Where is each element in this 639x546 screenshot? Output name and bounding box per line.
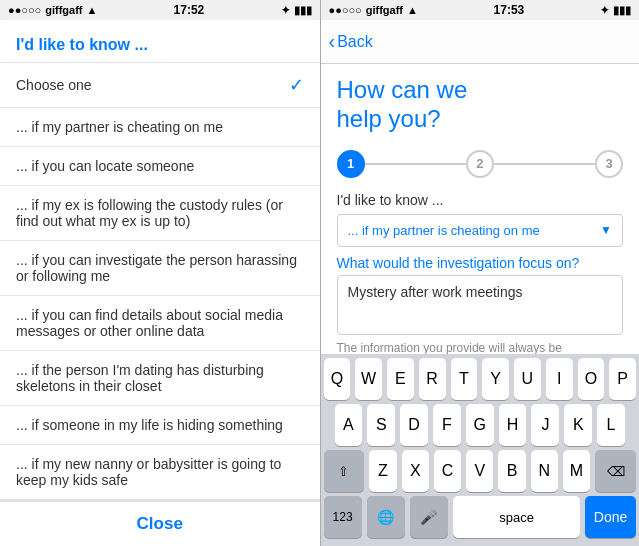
right-phone: ●●○○○ giffgaff ▲ 17:53 ✦ ▮▮▮ ‹ Back How … [320, 0, 640, 546]
right-status-right: ✦ ▮▮▮ [600, 4, 631, 17]
modal-item-3[interactable]: ... if you can investigate the person ha… [0, 241, 320, 296]
page-title-section: How can we help you? [321, 64, 640, 142]
modal-item-6[interactable]: ... if someone in my life is hiding some… [0, 406, 320, 445]
step-3-label: 3 [605, 156, 612, 171]
modal-item-0[interactable]: ... if my partner is cheating on me [0, 108, 320, 147]
right-bluetooth: ✦ [600, 4, 609, 17]
key-i[interactable]: I [546, 358, 573, 400]
right-status-left: ●●○○○ giffgaff ▲ [329, 4, 418, 16]
modal-item-7[interactable]: ... if my new nanny or babysitter is goi… [0, 445, 320, 500]
key-h[interactable]: H [499, 404, 527, 446]
key-b[interactable]: B [498, 450, 525, 492]
key-l[interactable]: L [597, 404, 625, 446]
done-key[interactable]: Done [585, 496, 636, 538]
modal-item-4[interactable]: ... if you can find details about social… [0, 296, 320, 351]
left-status-bar: ●●○○○ giffgaff ▲ 17:52 ✦ ▮▮▮ [0, 0, 320, 20]
page-title-line2: help you? [337, 105, 441, 132]
progress-steps: 1 2 3 [321, 142, 640, 188]
key-q[interactable]: Q [324, 358, 351, 400]
focus-question-label: What would the investigation focus on? [337, 255, 624, 271]
modal-item-label-7: ... if my new nanny or babysitter is goi… [16, 456, 304, 488]
key-k[interactable]: K [564, 404, 592, 446]
form-section: I'd like to know ... ... if my partner i… [321, 188, 640, 354]
key-x[interactable]: X [402, 450, 429, 492]
left-modal-sheet: I'd like to know ... Choose one ✓ ... if… [0, 20, 320, 546]
key-d[interactable]: D [400, 404, 428, 446]
dropdown-arrow-icon: ▼ [600, 223, 612, 237]
key-p[interactable]: P [609, 358, 636, 400]
key-r[interactable]: R [419, 358, 446, 400]
modal-item-label-4: ... if you can find details about social… [16, 307, 304, 339]
dropdown-value: ... if my partner is cheating on me [348, 223, 540, 238]
key-v[interactable]: V [466, 450, 493, 492]
key-j[interactable]: J [531, 404, 559, 446]
right-back-chevron-icon: ‹ [329, 31, 336, 51]
shift-key[interactable]: ⇧ [324, 450, 365, 492]
key-w[interactable]: W [355, 358, 382, 400]
close-button[interactable]: Close [0, 500, 320, 546]
modal-item-label-1: ... if you can locate someone [16, 158, 194, 174]
key-o[interactable]: O [578, 358, 605, 400]
right-status-bar: ●●○○○ giffgaff ▲ 17:53 ✦ ▮▮▮ [321, 0, 640, 20]
modal-item-1[interactable]: ... if you can locate someone [0, 147, 320, 186]
keyboard-row-3: ⇧ Z X C V B N M ⌫ [321, 446, 640, 492]
key-s[interactable]: S [367, 404, 395, 446]
keyboard-row-2: A S D F G H J K L [321, 400, 640, 446]
step-2-circle: 2 [466, 150, 494, 178]
left-status-left: ●●○○○ giffgaff ▲ [8, 4, 97, 16]
left-status-right: ✦ ▮▮▮ [281, 4, 312, 17]
right-battery: ▮▮▮ [613, 4, 631, 17]
key-f[interactable]: F [433, 404, 461, 446]
key-y[interactable]: Y [482, 358, 509, 400]
step-2-label: 2 [476, 156, 483, 171]
left-battery: ▮▮▮ [294, 4, 312, 17]
key-z[interactable]: Z [369, 450, 396, 492]
step-line-2 [494, 163, 595, 165]
delete-key[interactable]: ⌫ [595, 450, 636, 492]
modal-item-label-5: ... if the person I'm dating has disturb… [16, 362, 304, 394]
modal-item-label-0: ... if my partner is cheating on me [16, 119, 223, 135]
key-e[interactable]: E [387, 358, 414, 400]
left-signal: ●●○○○ [8, 4, 41, 16]
left-modal-title: I'd like to know ... [0, 20, 320, 63]
key-c[interactable]: C [434, 450, 461, 492]
key-g[interactable]: G [466, 404, 494, 446]
left-phone: ●●○○○ giffgaff ▲ 17:52 ✦ ▮▮▮ ‹ Back I'd … [0, 0, 320, 546]
key-t[interactable]: T [451, 358, 478, 400]
choose-one-label: Choose one [16, 77, 92, 93]
left-modal-overlay: I'd like to know ... Choose one ✓ ... if… [0, 64, 320, 546]
keyboard: Q W E R T Y U I O P A S D F G H J K L ⇧ … [321, 354, 640, 546]
num-key[interactable]: 123 [324, 496, 362, 538]
page-title: How can we help you? [337, 76, 624, 134]
page-title-line1: How can we [337, 76, 468, 103]
key-a[interactable]: A [335, 404, 363, 446]
globe-key[interactable]: 🌐 [367, 496, 405, 538]
right-nav-bar: ‹ Back [321, 20, 640, 64]
step-3-circle: 3 [595, 150, 623, 178]
modal-item-label-2: ... if my ex is following the custody ru… [16, 197, 304, 229]
know-label: I'd like to know ... [337, 192, 624, 208]
key-u[interactable]: U [514, 358, 541, 400]
focus-textarea[interactable]: Mystery after work meetings [337, 275, 624, 335]
modal-item-2[interactable]: ... if my ex is following the custody ru… [0, 186, 320, 241]
mic-key[interactable]: 🎤 [410, 496, 448, 538]
right-carrier: giffgaff [366, 4, 403, 16]
left-time: 17:52 [174, 3, 205, 17]
right-signal: ●●○○○ [329, 4, 362, 16]
right-wifi: ▲ [407, 4, 418, 16]
step-1-label: 1 [347, 156, 354, 171]
key-m[interactable]: M [563, 450, 590, 492]
left-carrier: giffgaff [45, 4, 82, 16]
step-1-circle: 1 [337, 150, 365, 178]
key-n[interactable]: N [531, 450, 558, 492]
left-bluetooth: ✦ [281, 4, 290, 17]
modal-item-5[interactable]: ... if the person I'm dating has disturb… [0, 351, 320, 406]
modal-item-label-3: ... if you can investigate the person ha… [16, 252, 304, 284]
right-back-button[interactable]: ‹ Back [329, 32, 373, 51]
choose-one-item[interactable]: Choose one ✓ [0, 63, 320, 108]
dropdown-field[interactable]: ... if my partner is cheating on me ▼ [337, 214, 624, 247]
info-text: The information you provide will always … [337, 341, 624, 354]
space-key[interactable]: space [453, 496, 580, 538]
right-back-label: Back [337, 33, 373, 51]
keyboard-row-1: Q W E R T Y U I O P [321, 354, 640, 400]
